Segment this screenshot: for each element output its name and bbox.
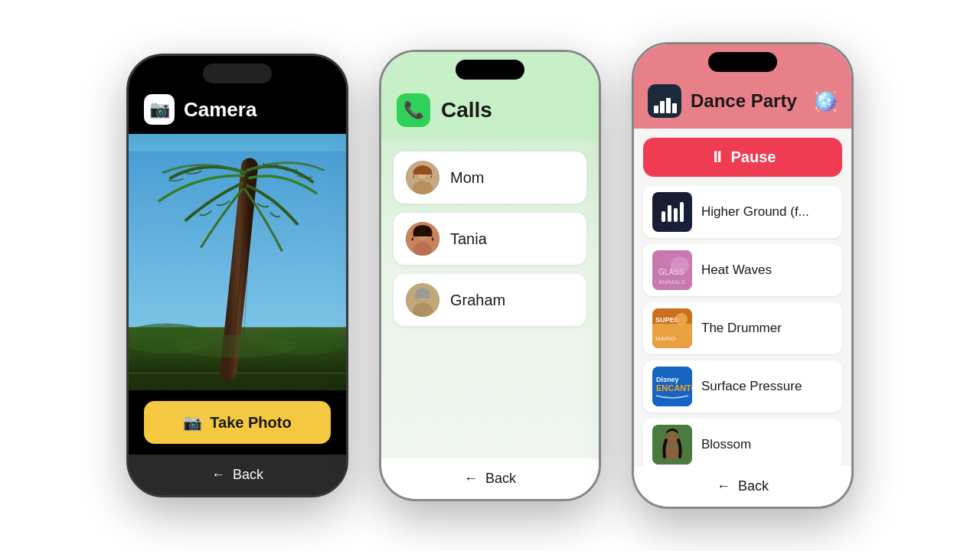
- song-title-higher-ground: Higher Ground (f...: [701, 204, 809, 220]
- contact-name-graham: Graham: [450, 292, 505, 309]
- calls-back-arrow: ←: [464, 471, 478, 487]
- song-title-drummer: The Drummer: [701, 321, 782, 336]
- album-art-higher-ground: [652, 192, 692, 232]
- svg-point-4: [175, 335, 297, 358]
- svg-rect-20: [654, 106, 658, 113]
- calls-back-bar[interactable]: ← Back: [381, 458, 599, 499]
- song-card-surface-pressure[interactable]: Disney ENCANTO Surface Pressure: [643, 360, 842, 412]
- contact-card-tania[interactable]: Tania: [394, 213, 586, 265]
- pause-icon: ⏸: [710, 148, 725, 166]
- calls-icon-box: 📞: [397, 93, 430, 127]
- dance-app-icon: [648, 84, 681, 118]
- song-card-heat-waves[interactable]: GLASS ANIMALS Heat Waves: [643, 244, 842, 296]
- camera-button-area: 📷 Take Photo: [129, 390, 346, 455]
- camera-btn-icon: 📷: [183, 413, 202, 432]
- contact-card-mom[interactable]: Mom: [394, 152, 586, 204]
- phone-icon: 📞: [403, 100, 424, 120]
- camera-back-label: Back: [233, 467, 263, 483]
- dynamic-island: [203, 64, 272, 83]
- avatar-graham: [406, 283, 439, 317]
- camera-viewfinder: [129, 134, 346, 390]
- calls-list: Mom Tania: [381, 139, 599, 458]
- album-art-heat-waves: GLASS ANIMALS: [652, 250, 692, 290]
- calls-dynamic-island: [456, 60, 524, 80]
- svg-text:MARIO: MARIO: [655, 335, 675, 342]
- dance-back-bar[interactable]: ← Back: [634, 466, 851, 507]
- song-card-drummer[interactable]: SUPER MARIO The Drummer: [643, 302, 842, 354]
- pause-label: Pause: [731, 148, 776, 166]
- svg-rect-23: [672, 103, 677, 113]
- album-art-blossom: [652, 425, 692, 465]
- svg-rect-21: [660, 101, 665, 113]
- dance-notch-area: [634, 44, 851, 77]
- svg-point-37: [666, 432, 678, 445]
- dance-dynamic-island: [708, 52, 777, 72]
- camera-header: 📷 Camera: [129, 88, 346, 134]
- contact-name-tania: Tania: [450, 230, 487, 248]
- take-photo-label: Take Photo: [210, 414, 291, 432]
- dance-back-label: Back: [738, 478, 769, 494]
- contact-card-graham[interactable]: Graham: [394, 274, 586, 326]
- bar-chart-icon: [655, 196, 690, 228]
- dance-content: ⏸ Pause Higher Ground (f... GLASS: [634, 129, 851, 466]
- calls-header: 📞 Calls: [381, 84, 599, 139]
- dance-title: Dance Party: [691, 90, 804, 112]
- calls-title: Calls: [441, 98, 492, 122]
- svg-point-27: [671, 256, 689, 275]
- song-title-blossom: Blossom: [701, 437, 751, 452]
- svg-point-13: [415, 227, 420, 232]
- bar1: [662, 211, 665, 222]
- disco-ball-icon: 🪩: [813, 90, 838, 113]
- bar4: [680, 202, 684, 222]
- camera-icon: 📷: [149, 99, 170, 119]
- song-card-blossom[interactable]: Blossom: [643, 419, 842, 466]
- svg-text:Disney: Disney: [656, 376, 679, 383]
- album-art-drummer: SUPER MARIO: [652, 308, 692, 348]
- calls-notch-area: [381, 52, 599, 84]
- svg-text:ANIMALS: ANIMALS: [658, 279, 685, 285]
- camera-back-bar[interactable]: ← Back: [129, 455, 346, 495]
- avatar-mom: [406, 161, 439, 194]
- bar3: [674, 208, 678, 222]
- calls-phone: 📞 Calls Mom: [379, 50, 601, 501]
- dance-phone: Dance Party 🪩 ⏸ Pause Higher Ground (f..…: [632, 42, 854, 509]
- avatar-tania: [406, 222, 439, 256]
- song-card-higher-ground[interactable]: Higher Ground (f...: [643, 186, 842, 238]
- take-photo-button[interactable]: 📷 Take Photo: [144, 401, 331, 444]
- palm-tree-scene: [129, 134, 346, 390]
- contact-name-mom: Mom: [450, 169, 484, 187]
- dance-header: Dance Party 🪩: [634, 77, 851, 129]
- album-art-surface-pressure: Disney ENCANTO: [652, 367, 692, 406]
- calls-back-label: Back: [485, 471, 516, 487]
- song-title-surface-pressure: Surface Pressure: [701, 379, 802, 394]
- svg-text:ENCANTO: ENCANTO: [656, 383, 692, 393]
- camera-title: Camera: [184, 98, 256, 122]
- camera-back-arrow: ←: [211, 467, 225, 483]
- camera-notch-area: [129, 56, 346, 88]
- camera-phone: 📷 Camera: [126, 54, 348, 497]
- song-title-heat-waves: Heat Waves: [701, 262, 772, 278]
- dance-back-arrow: ←: [717, 478, 730, 494]
- svg-point-14: [426, 227, 430, 232]
- camera-icon-box: 📷: [144, 94, 175, 125]
- pause-button[interactable]: ⏸ Pause: [643, 138, 842, 177]
- bar2: [668, 205, 671, 222]
- svg-rect-22: [666, 98, 671, 113]
- svg-point-32: [675, 313, 688, 325]
